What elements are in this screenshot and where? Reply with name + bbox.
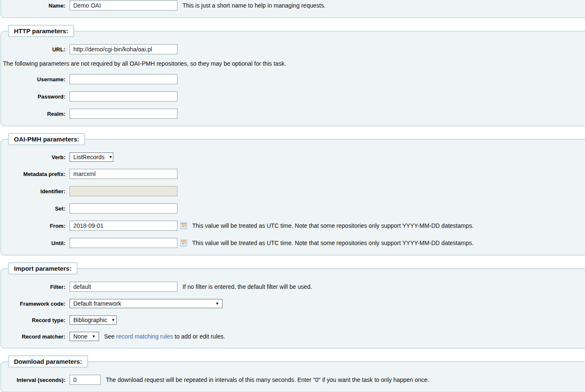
chevron-down-icon: ▼	[92, 335, 96, 339]
identifier-row: Identifier:	[3, 186, 584, 196]
from-input[interactable]	[70, 221, 177, 231]
password-row: Password:	[3, 91, 584, 101]
realm-label: Realm:	[3, 111, 70, 117]
verb-select[interactable]: ListRecords ▼	[70, 152, 113, 162]
chevron-down-icon: ▼	[109, 155, 113, 159]
name-section: Name: This is just a short name to help …	[0, 0, 585, 18]
framework-code-label: Framework code:	[3, 301, 70, 307]
interval-label: Interval (seconds):	[3, 377, 70, 383]
framework-code-select[interactable]: Default framework ▼	[70, 299, 223, 308]
until-input[interactable]	[70, 238, 177, 248]
url-row: URL:	[3, 44, 584, 54]
until-label: Until:	[3, 240, 70, 246]
record-matcher-select-value: None	[73, 333, 87, 340]
framework-code-row: Framework code: Default framework ▼	[3, 299, 584, 308]
set-input[interactable]	[70, 203, 177, 213]
verb-row: Verb: ListRecords ▼	[3, 152, 584, 162]
import-parameters-legend: Import parameters:	[8, 262, 78, 275]
record-type-row: Record type: Bibliographic ▼	[3, 315, 584, 325]
download-parameters-legend: Download parameters:	[8, 355, 88, 368]
verb-label: Verb:	[3, 154, 70, 160]
interval-hint: The download request will be repeated in…	[106, 376, 429, 383]
password-label: Password:	[3, 93, 70, 100]
chevron-down-icon: ▼	[111, 318, 115, 322]
from-row: From: This value will be treated as UTC …	[3, 221, 584, 231]
chevron-down-icon: ▼	[215, 302, 219, 306]
url-label: URL:	[3, 46, 70, 53]
interval-input[interactable]	[70, 375, 101, 385]
metadata-prefix-label: Metadata prefix:	[3, 171, 70, 177]
until-row: Until: This value will be treated as UTC…	[3, 238, 584, 248]
realm-row: Realm:	[3, 109, 584, 119]
import-parameters-section: Import parameters: Filter: If no filter …	[0, 262, 585, 349]
realm-input[interactable]	[70, 109, 177, 119]
framework-code-select-value: Default framework	[73, 300, 121, 307]
record-matcher-hint-prefix: See	[104, 333, 116, 340]
record-matcher-hint: See record matching rules to add or edit…	[104, 333, 225, 340]
from-utc-hint: This value will be treated as UTC time. …	[192, 222, 474, 229]
download-parameters-section: Download parameters: Interval (seconds):…	[0, 355, 585, 392]
filter-input[interactable]	[70, 282, 177, 292]
record-matcher-select[interactable]: None ▼	[70, 332, 99, 341]
name-label: Name:	[3, 3, 70, 9]
record-matcher-row: Record matcher: None ▼ See record matchi…	[3, 332, 584, 341]
username-row: Username:	[3, 74, 584, 84]
http-optional-note: The following parameters are not require…	[3, 60, 584, 67]
filter-hint: If no filter is entered, the default fil…	[182, 283, 312, 290]
interval-row: Interval (seconds): The download request…	[3, 375, 584, 385]
username-input[interactable]	[70, 74, 177, 84]
record-type-label: Record type:	[3, 317, 70, 323]
url-input[interactable]	[70, 44, 177, 54]
http-parameters-section: HTTP parameters: URL: The following para…	[0, 25, 585, 126]
until-utc-hint: This value will be treated as UTC time. …	[192, 240, 474, 246]
verb-select-value: ListRecords	[73, 154, 105, 160]
metadata-prefix-input[interactable]	[70, 169, 177, 179]
name-input[interactable]	[70, 0, 177, 11]
username-label: Username:	[3, 76, 70, 83]
calendar-icon[interactable]	[180, 222, 187, 229]
filter-row: Filter: If no filter is entered, the def…	[3, 282, 584, 292]
record-matcher-hint-suffix: to add or edit rules.	[173, 333, 225, 340]
name-hint: This is just a short name to help in man…	[182, 2, 325, 9]
oai-pmh-parameters-section: OAI-PMH parameters: Verb: ListRecords ▼ …	[0, 133, 585, 256]
set-row: Set:	[3, 203, 584, 213]
record-type-select[interactable]: Bibliographic ▼	[70, 315, 117, 325]
record-type-select-value: Bibliographic	[73, 317, 107, 323]
from-label: From:	[3, 223, 70, 229]
identifier-input	[70, 186, 177, 196]
http-parameters-legend: HTTP parameters:	[8, 25, 74, 37]
set-label: Set:	[3, 205, 70, 212]
record-matching-rules-link[interactable]: record matching rules	[116, 333, 173, 340]
password-input[interactable]	[70, 91, 177, 101]
oai-pmh-parameters-legend: OAI-PMH parameters:	[8, 133, 85, 145]
calendar-icon[interactable]	[180, 240, 187, 246]
metadata-prefix-row: Metadata prefix:	[3, 169, 584, 179]
name-row: Name: This is just a short name to help …	[3, 0, 584, 11]
identifier-label: Identifier:	[3, 188, 70, 195]
filter-label: Filter:	[3, 284, 70, 290]
record-matcher-label: Record matcher:	[3, 333, 70, 340]
